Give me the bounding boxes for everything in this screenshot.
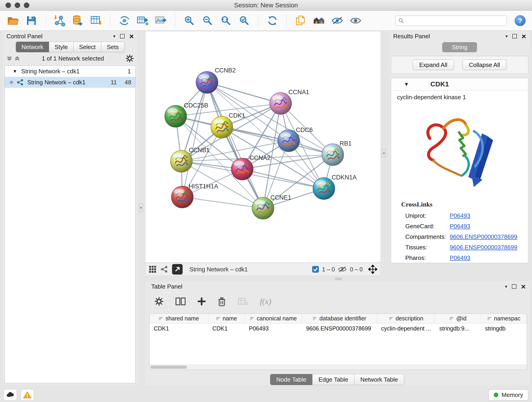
birdseye-view-button[interactable]	[172, 264, 183, 274]
float-panel-icon[interactable]: ▾	[505, 34, 508, 38]
tab-edge-table[interactable]: Edge Table	[312, 374, 355, 385]
close-panel-icon[interactable]: ×	[521, 32, 526, 40]
zoom-selected-icon[interactable]	[238, 14, 251, 27]
gear-icon[interactable]	[126, 54, 134, 63]
warning-button[interactable]	[21, 389, 34, 401]
network-row-selected[interactable]: String Network – cdk1 11 48	[5, 77, 135, 88]
network-collection-row[interactable]: ▼ String Network – cdk1 1	[5, 66, 135, 77]
close-window-button[interactable]	[6, 2, 11, 8]
crosslink-value-link[interactable]: 9606.ENSP00000378699	[450, 233, 517, 240]
import-table-icon[interactable]	[89, 14, 103, 27]
zoom-in-icon[interactable]	[183, 14, 196, 27]
table-settings-gear-icon[interactable]	[154, 297, 164, 306]
hidden-eye-slash-icon[interactable]	[338, 266, 347, 273]
table-panel-header: Table Panel ▾ ×	[145, 281, 529, 292]
column-header-description[interactable]: description	[377, 314, 435, 323]
entry-caret-icon[interactable]: ▼	[404, 81, 409, 87]
network-node-CCNA1[interactable]: CCNA1	[270, 89, 309, 114]
tab-network[interactable]: Network	[16, 42, 49, 52]
collapse-all-icon[interactable]	[6, 56, 12, 61]
show-columns-icon[interactable]	[176, 297, 186, 306]
tab-string[interactable]: String	[442, 42, 477, 52]
maximize-panel-icon[interactable]	[512, 284, 516, 289]
crosslink-value-link[interactable]: P06493	[450, 212, 470, 219]
cloud-button[interactable]	[4, 389, 17, 401]
network-node-CDKN1A[interactable]: CDKN1A	[313, 174, 357, 200]
open-session-icon[interactable]	[6, 14, 20, 27]
zoom-fit-icon[interactable]	[219, 14, 233, 27]
delete-column-trash-icon[interactable]	[218, 297, 226, 306]
status-bar: Memory	[0, 388, 532, 402]
network-graph[interactable]: CCNB2CCNA1CDC25BCDK1CDC6RB1CCNB1CCNA2CDK…	[146, 32, 380, 262]
function-builder-icon[interactable]: f(x)	[260, 297, 271, 306]
grid-view-icon[interactable]	[149, 265, 157, 273]
network-node-CDK1[interactable]: CDK1	[211, 112, 245, 138]
network-view-title: String Network – cdk1	[190, 266, 248, 273]
home-icon[interactable]	[312, 14, 326, 27]
zoom-window-button[interactable]	[24, 2, 29, 8]
import-network-file-icon[interactable]	[53, 14, 66, 27]
column-header--id[interactable]: @id	[435, 314, 481, 323]
copy-document-icon[interactable]	[294, 14, 307, 27]
network-from-table-icon[interactable]	[136, 14, 149, 27]
clone-network-icon[interactable]	[118, 14, 131, 27]
float-panel-icon[interactable]: ▾	[505, 284, 507, 289]
network-node-RB1[interactable]: RB1	[322, 140, 352, 166]
tab-select[interactable]: Select	[74, 42, 101, 52]
close-panel-icon[interactable]: ×	[521, 283, 526, 290]
column-header-name[interactable]: name	[208, 314, 245, 323]
refresh-layout-icon[interactable]	[266, 14, 279, 27]
network-node-HIST1H1A[interactable]: HIST1H1A	[171, 183, 218, 208]
expand-all-icon[interactable]	[14, 56, 20, 61]
column-header-canonical-name[interactable]: canonical name	[245, 314, 302, 323]
column-header-namespac[interactable]: namespac	[481, 314, 527, 323]
node-count: 11	[111, 79, 117, 86]
collection-count: 1	[128, 68, 135, 75]
network-node-CDC6[interactable]: CDC6	[278, 127, 313, 152]
close-panel-icon[interactable]: ×	[129, 32, 134, 40]
network-node-CDC25B[interactable]: CDC25B	[165, 102, 208, 127]
horizontal-splitter-handle[interactable]	[335, 278, 342, 280]
tab-network-table[interactable]: Network Table	[354, 374, 404, 385]
scrollbar-thumb[interactable]	[150, 366, 187, 369]
network-view-canvas[interactable]: CCNB2CCNA1CDC25BCDK1CDC6RB1CCNB1CCNA2CDK…	[145, 31, 381, 263]
tab-node-table[interactable]: Node Table	[270, 374, 312, 385]
column-header-shared-name[interactable]: shared name	[150, 314, 208, 323]
add-column-icon[interactable]	[197, 297, 206, 306]
table-row[interactable]: CDK1CDK1P064939606.ENSP00000378699cyclin…	[150, 323, 527, 333]
right-splitter-handle[interactable]	[382, 148, 386, 158]
show-panels-icon[interactable]	[349, 14, 362, 27]
crosslink-value-link[interactable]: P06493	[450, 223, 470, 230]
tab-style[interactable]: Style	[49, 42, 74, 52]
results-content-box: ▼ CDK1 cyclin-dependent kinase 1 CrossLi…	[391, 78, 528, 263]
export-image-icon[interactable]	[154, 14, 168, 27]
horizontal-scrollbar[interactable]	[150, 365, 527, 370]
help-icon[interactable]: ?	[515, 15, 526, 26]
maximize-panel-icon[interactable]	[512, 34, 517, 38]
table-panel-title: Table Panel	[151, 283, 182, 290]
hide-panels-icon[interactable]	[331, 14, 344, 27]
selected-nodes-checkbox-icon[interactable]	[312, 266, 319, 273]
node-label: RB1	[340, 140, 351, 147]
share-view-icon[interactable]	[161, 266, 168, 273]
float-panel-icon[interactable]: ▾	[113, 34, 115, 38]
minimize-window-button[interactable]	[15, 2, 20, 8]
left-splitter-handle[interactable]	[139, 203, 143, 212]
tab-sets[interactable]: Sets	[101, 42, 124, 52]
zoom-out-icon[interactable]	[201, 14, 214, 27]
search-box[interactable]	[395, 16, 507, 26]
tree-caret-icon[interactable]: ▼	[13, 69, 17, 74]
column-header-database-identifier[interactable]: database identifier	[302, 314, 377, 323]
crosslink-value-link[interactable]: 9606.ENSP00000378699	[450, 244, 517, 251]
crosslink-value-link[interactable]: P06493	[450, 254, 470, 262]
search-input[interactable]	[406, 17, 504, 24]
collapse-all-button[interactable]: Collapse All	[462, 60, 507, 70]
memory-button[interactable]: Memory	[488, 389, 528, 400]
save-session-icon[interactable]	[25, 14, 38, 27]
maximize-panel-icon[interactable]	[120, 34, 125, 38]
import-network-database-icon[interactable]	[71, 14, 85, 27]
protein-entry-header[interactable]: ▼ CDK1	[391, 78, 528, 90]
expand-all-button[interactable]: Expand All	[413, 60, 454, 70]
pan-crosshair-icon[interactable]	[368, 265, 377, 274]
table-header-row: shared namenamecanonical namedatabase id…	[150, 314, 527, 323]
